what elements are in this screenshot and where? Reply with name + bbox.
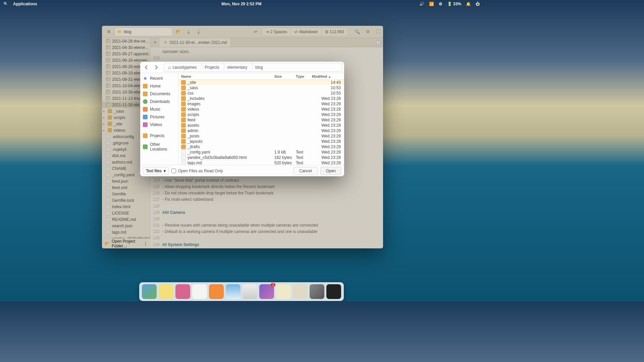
- line-column-indicator[interactable]: ⊟ 112.563: [322, 27, 348, 36]
- save-button[interactable]: ⭳: [184, 28, 193, 36]
- settings-icon[interactable]: ⚙: [366, 29, 370, 34]
- notifications-icon[interactable]: 🔔: [466, 2, 471, 6]
- cancel-button[interactable]: Cancel: [293, 167, 317, 175]
- path-breadcrumb[interactable]: cassidyjamesProjectselementaryblog: [164, 63, 342, 72]
- place-pictures[interactable]: Pictures: [140, 113, 178, 121]
- sidebar-file[interactable]: Gemfile: [102, 191, 150, 197]
- dock-music[interactable]: [209, 284, 224, 299]
- status-pills: ⇥ 2 Spaces ‹/› Markdown ⊟ 112.563: [262, 27, 348, 36]
- breadcrumb-segment[interactable]: blog: [251, 63, 267, 71]
- close-button[interactable]: ✕: [105, 28, 113, 36]
- battery-indicator[interactable]: 🔋 33%: [447, 2, 461, 6]
- file-row[interactable]: tags.md520 bytesTextWed 23:29: [178, 160, 344, 165]
- dock-mail[interactable]: [159, 284, 173, 299]
- file-row[interactable]: assetsWed 23:29: [178, 123, 344, 128]
- bluetooth-icon[interactable]: ⚙: [439, 2, 442, 6]
- file-row[interactable]: css10:53: [178, 90, 344, 96]
- sidebar-file[interactable]: index.html: [102, 203, 150, 210]
- breadcrumb-segment[interactable]: Projects: [201, 63, 223, 71]
- save-all-button[interactable]: ⭳: [195, 28, 203, 36]
- dock-calendar[interactable]: [192, 284, 207, 299]
- place-music[interactable]: Music: [140, 105, 178, 113]
- file-row[interactable]: yandex_c5d3c0ba8a9a6d50.html162 bytesTex…: [178, 155, 344, 160]
- file-row[interactable]: _includesWed 23:29: [178, 96, 344, 101]
- sound-icon[interactable]: 🔊: [419, 2, 424, 6]
- top-panel: 🔍 Applications Mon, Nov 29 2:52 PM 🔊 📶 ⚙…: [0, 0, 483, 8]
- open-folder-button[interactable]: 📂: [174, 28, 182, 36]
- tab-history-icon[interactable]: 🕓: [374, 38, 383, 47]
- tab-bar: ＋ ✕ 2021-11-30-el…ember-2021.md 🕓: [150, 38, 383, 47]
- places-sidebar: RecentHomeDocumentsDownloadsMusicPicture…: [140, 73, 178, 165]
- dock-terminal[interactable]: [326, 284, 341, 299]
- sidebar-file[interactable]: 2021-05-27-appcent…: [102, 51, 150, 57]
- new-tab-button[interactable]: ＋: [150, 38, 160, 47]
- place-other-locations[interactable]: Other Locations: [140, 143, 178, 150]
- dock-web-browser[interactable]: [142, 284, 157, 299]
- place-downloads[interactable]: Downloads: [140, 98, 178, 105]
- window-headerbar: ✕ 📁 blog 📂 ⭳ ⭳ ↩ ⇥ 2 Spaces ‹/› Markdown…: [102, 26, 383, 38]
- file-row[interactable]: adminWed 23:29: [178, 128, 344, 133]
- dock-files[interactable]: [293, 284, 308, 299]
- nav-forward-button[interactable]: [152, 63, 160, 71]
- file-row[interactable]: _config.yaml1.9 kBTextWed 23:29: [178, 149, 344, 155]
- file-row[interactable]: _sass10:53: [178, 85, 344, 90]
- sidebar-file[interactable]: Gemfile.lock: [102, 197, 150, 203]
- place-recent[interactable]: Recent: [140, 74, 178, 82]
- file-row[interactable]: videosWed 23:29: [178, 107, 344, 112]
- place-videos[interactable]: Videos: [140, 121, 178, 128]
- sidebar-file[interactable]: search.json: [102, 223, 150, 229]
- open-button[interactable]: Open: [320, 167, 341, 175]
- find-icon[interactable]: 🔍: [355, 29, 360, 34]
- place-projects[interactable]: Projects: [140, 132, 178, 139]
- chevron-down-icon: ▾: [164, 169, 166, 173]
- place-documents[interactable]: Documents: [140, 90, 178, 98]
- file-row[interactable]: _postsWed 23:29: [178, 133, 344, 139]
- place-home[interactable]: Home: [140, 82, 178, 90]
- applications-menu[interactable]: Applications: [13, 2, 37, 6]
- search-icon[interactable]: 🔍: [3, 2, 8, 6]
- file-row[interactable]: _layoutsWed 23:29: [178, 139, 344, 144]
- project-search-input[interactable]: 📁 blog: [115, 27, 172, 36]
- sidebar-file[interactable]: 2021-04-30-eleme…: [102, 44, 150, 51]
- breadcrumb-segment[interactable]: cassidyjames: [164, 63, 201, 71]
- sidebar-file[interactable]: README.md: [102, 216, 150, 223]
- dock-photos[interactable]: [226, 284, 240, 299]
- wifi-icon[interactable]: 📶: [429, 2, 434, 6]
- folder-open-icon: 📂: [105, 241, 110, 246]
- sidebar-file[interactable]: feed.xml: [102, 184, 150, 191]
- sort-asc-icon: ▲: [328, 75, 331, 78]
- sidebar-file[interactable]: LICENSE: [102, 210, 150, 216]
- sidebar-file[interactable]: tags.md: [102, 229, 150, 235]
- dock-appcenter[interactable]: [259, 284, 274, 299]
- folder-icon: 📁: [117, 29, 122, 34]
- sidebar-menu-icon[interactable]: ⋮: [144, 241, 148, 246]
- file-list[interactable]: _site14:43_sass10:53css10:53_includesWed…: [178, 80, 344, 165]
- sidebar-footer[interactable]: 📂 Open Project Folder… ⋮: [102, 238, 150, 248]
- maximize-icon[interactable]: ⛶: [376, 29, 380, 34]
- file-filter-combo[interactable]: Text files ▾: [143, 167, 169, 175]
- column-headers[interactable]: Name Size Type Modified▲: [178, 73, 344, 80]
- dock-tasks[interactable]: [175, 284, 190, 299]
- file-row[interactable]: _draftsWed 23:29: [178, 144, 344, 149]
- breadcrumb-segment[interactable]: elementary: [223, 63, 251, 71]
- readonly-checkbox[interactable]: Open Files as Read Only: [171, 169, 223, 173]
- tab-close-icon[interactable]: ✕: [164, 40, 167, 45]
- file-row[interactable]: imagesWed 23:29: [178, 101, 344, 107]
- indent-selector[interactable]: ⇥ 2 Spaces: [262, 27, 291, 36]
- tab-active[interactable]: ✕ 2021-11-30-el…ember-2021.md: [160, 38, 231, 47]
- dock: [139, 282, 344, 301]
- panel-clock[interactable]: Mon, Nov 29 2:52 PM: [221, 2, 261, 6]
- dock-settings[interactable]: [310, 284, 324, 299]
- session-icon[interactable]: ⏻: [476, 2, 480, 6]
- dock-code[interactable]: [276, 284, 291, 299]
- file-row[interactable]: feedWed 23:29: [178, 117, 344, 123]
- dock-switchboard[interactable]: [243, 284, 257, 299]
- file-chooser-dialog: cassidyjamesProjectselementaryblog Recen…: [140, 62, 344, 176]
- nav-back-button[interactable]: [142, 63, 150, 71]
- file-row[interactable]: scriptsWed 23:29: [178, 112, 344, 117]
- sidebar-file[interactable]: feed.json: [102, 178, 150, 184]
- file-row[interactable]: _site14:43: [178, 80, 344, 85]
- revert-button[interactable]: ↩: [252, 28, 260, 36]
- language-selector[interactable]: ‹/› Markdown: [291, 27, 322, 36]
- sidebar-file[interactable]: 2021-04-26-the-ne…: [102, 38, 150, 44]
